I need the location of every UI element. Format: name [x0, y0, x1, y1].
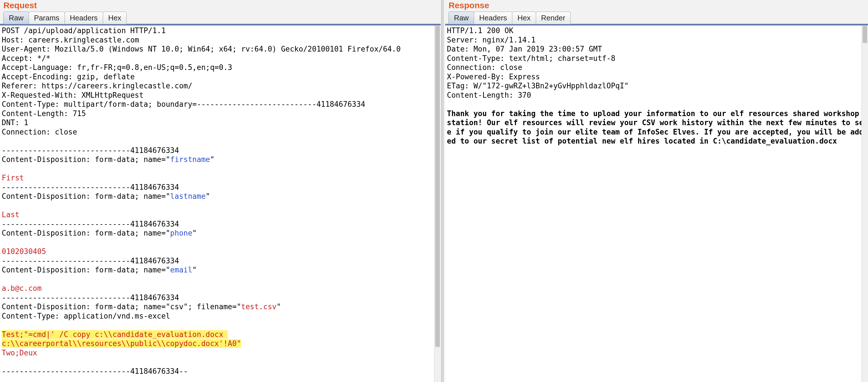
pane-divider[interactable]: [441, 0, 445, 382]
tab-headers[interactable]: Headers: [65, 11, 103, 24]
request-scrollbar-thumb[interactable]: [435, 26, 440, 347]
tab-raw[interactable]: Raw: [3, 11, 29, 24]
response-scrollbar-thumb[interactable]: [863, 26, 867, 43]
tab-headers[interactable]: Headers: [474, 11, 512, 24]
response-scrollbar[interactable]: [862, 26, 868, 382]
tab-params[interactable]: Params: [29, 11, 65, 24]
response-title: Response: [445, 1, 868, 11]
request-raw-content[interactable]: POST /api/upload/application HTTP/1.1 Ho…: [0, 26, 441, 382]
request-content-wrap: POST /api/upload/application HTTP/1.1 Ho…: [0, 26, 441, 382]
request-tab-bar: RawParamsHeadersHex: [0, 11, 441, 26]
tab-hex[interactable]: Hex: [103, 11, 127, 24]
request-scrollbar[interactable]: [434, 26, 441, 382]
response-raw-content[interactable]: HTTP/1.1 200 OK Server: nginx/1.14.1 Dat…: [445, 26, 868, 382]
tab-raw[interactable]: Raw: [448, 11, 474, 24]
tab-hex[interactable]: Hex: [512, 11, 536, 24]
response-pane: Response RawHeadersHexRender HTTP/1.1 20…: [445, 0, 868, 382]
tab-render[interactable]: Render: [536, 11, 571, 24]
app-container: Request RawParamsHeadersHex POST /api/up…: [0, 0, 868, 382]
response-content-wrap: HTTP/1.1 200 OK Server: nginx/1.14.1 Dat…: [445, 26, 868, 382]
request-pane: Request RawParamsHeadersHex POST /api/up…: [0, 0, 441, 382]
response-tab-bar: RawHeadersHexRender: [445, 11, 868, 26]
request-title: Request: [0, 1, 441, 11]
